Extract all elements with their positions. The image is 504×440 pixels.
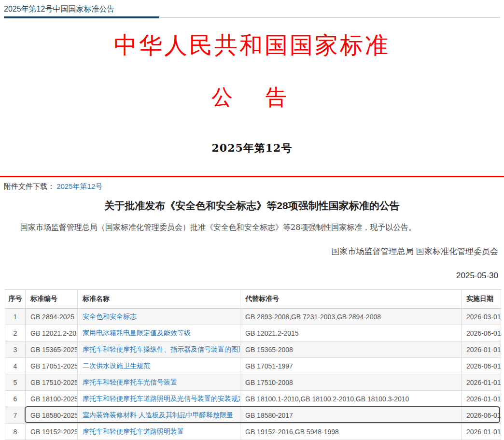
cell-standard-code: GB 15365-2025: [26, 341, 78, 358]
document-title-line2: 公 告: [0, 84, 504, 110]
attachment-download-link[interactable]: 2025年第12号: [56, 182, 102, 190]
cell-standard-code: GB 19152-2025: [26, 424, 78, 440]
tab-title[interactable]: 2025年第12号中国国家标准公告: [4, 4, 114, 14]
cell-effective-date: 2026-01-01: [462, 391, 501, 407]
cell-seq: 3: [5, 341, 26, 358]
cell-standard-name: 室内装饰装修材料 人造板及其制品中甲醛释放限量: [78, 407, 240, 424]
cell-replaced-codes: GB 15365-2008: [240, 341, 462, 358]
table-row: 1GB 2894-2025安全色和安全标志GB 2893-2008,GB 723…: [5, 309, 501, 325]
standard-name-link[interactable]: 室内装饰装修材料 人造板及其制品中甲醛释放限量: [83, 411, 233, 419]
announcement-title: 关于批准发布《安全色和安全标志》等28项强制性国家标准的公告: [0, 199, 504, 212]
cell-replaced-codes: GB 2893-2008,GB 7231-2003,GB 2894-2008: [240, 309, 462, 325]
table-row: 2GB 12021.2-2025家用电冰箱耗电量限定值及能效等级GB 12021…: [5, 325, 501, 341]
tab-bar: 2025年第12号中国国家标准公告: [0, 0, 504, 18]
column-header-2: 标准名称: [78, 290, 240, 309]
standard-name-link[interactable]: 二次供水设施卫生规范: [83, 362, 150, 369]
cell-standard-name: 摩托车和轻便摩托车道路照明装置: [78, 424, 240, 440]
cell-effective-date: 2026-03-01: [462, 309, 501, 325]
table-row: 7GB 18580-2025室内装饰装修材料 人造板及其制品中甲醛释放限量GB …: [5, 407, 501, 424]
table-row: 4GB 17051-2025二次供水设施卫生规范GB 17051-1997202…: [5, 358, 501, 374]
announcement-body: 国家市场监督管理总局（国家标准化管理委员会）批准《安全色和安全标志》等28项强制…: [5, 223, 499, 232]
issue-date: 2025-05-30: [0, 271, 498, 281]
cell-replaced-codes: GB 18580-2017: [240, 407, 462, 424]
tab-underline: [4, 17, 500, 18]
cell-effective-date: 2026-01-01: [462, 424, 501, 440]
cell-standard-code: GB 17051-2025: [26, 358, 78, 374]
cell-effective-date: 2026-06-01: [462, 358, 501, 374]
cell-standard-name: 二次供水设施卫生规范: [78, 358, 240, 374]
column-header-3: 代替标准号: [240, 290, 462, 309]
standards-table: 序号标准编号标准名称代替标准号实施日期 1GB 2894-2025安全色和安全标…: [5, 289, 501, 440]
cell-seq: 2: [5, 325, 26, 341]
attachment-bar: 附件文件下载： 2025年第12号: [0, 177, 504, 195]
standards-table-header-row: 序号标准编号标准名称代替标准号实施日期: [5, 290, 501, 309]
cell-standard-name: 摩托车和轻便摩托车光信号装置: [78, 374, 240, 391]
standard-name-link[interactable]: 家用电冰箱耗电量限定值及能效等级: [83, 329, 191, 337]
cell-standard-code: GB 18580-2025: [26, 407, 78, 424]
active-tab-indicator: [4, 16, 159, 18]
cell-replaced-codes: GB 17051-1997: [240, 358, 462, 374]
cell-standard-name: 摩托车和轻便摩托车操纵件、指示器及信号装置的图形符号: [78, 341, 240, 358]
table-row: 6GB 18100-2025摩托车和轻便摩托车道路照明及光信号装置的安装规定GB…: [5, 391, 501, 407]
document-title: 中华人民共和国国家标准: [0, 30, 504, 59]
table-row: 8GB 19152-2025摩托车和轻便摩托车道路照明装置GB 19152-20…: [5, 424, 501, 440]
table-row: 3GB 15365-2025摩托车和轻便摩托车操纵件、指示器及信号装置的图形符号…: [5, 341, 501, 358]
standards-table-wrapper: 序号标准编号标准名称代替标准号实施日期 1GB 2894-2025安全色和安全标…: [5, 289, 501, 440]
column-header-1: 标准编号: [26, 290, 78, 309]
cell-standard-code: GB 12021.2-2025: [26, 325, 78, 341]
cell-standard-code: GB 18100-2025: [26, 391, 78, 407]
column-header-0: 序号: [5, 290, 26, 309]
column-header-4: 实施日期: [462, 290, 501, 309]
cell-standard-name: 家用电冰箱耗电量限定值及能效等级: [78, 325, 240, 341]
cell-standard-name: 摩托车和轻便摩托车道路照明及光信号装置的安装规定: [78, 391, 240, 407]
cell-seq: 8: [5, 424, 26, 440]
cell-standard-code: GB 2894-2025: [26, 309, 78, 325]
standard-name-link[interactable]: 摩托车和轻便摩托车操纵件、指示器及信号装置的图形符号: [83, 345, 240, 353]
cell-seq: 1: [5, 309, 26, 325]
issuing-authority: 国家市场监督管理总局 国家标准化管理委员会: [0, 246, 498, 256]
cell-replaced-codes: GB 17510-2008: [240, 374, 462, 391]
cell-replaced-codes: GB 19152-2016,GB 5948-1998: [240, 424, 462, 440]
cell-replaced-codes: GB 12021.2-2015: [240, 325, 462, 341]
cell-seq: 4: [5, 358, 26, 374]
cell-effective-date: 2026-06-01: [462, 407, 501, 424]
cell-seq: 7: [5, 407, 26, 424]
cell-effective-date: 2026-06-01: [462, 325, 501, 341]
table-row: 5GB 17510-2025摩托车和轻便摩托车光信号装置GB 17510-200…: [5, 374, 501, 391]
attachment-label: 附件文件下载：: [4, 182, 55, 190]
cell-seq: 6: [5, 391, 26, 407]
cell-standard-name: 安全色和安全标志: [78, 309, 240, 325]
cell-effective-date: 2026-01-01: [462, 374, 501, 391]
cell-standard-code: GB 17510-2025: [26, 374, 78, 391]
cell-seq: 5: [5, 374, 26, 391]
standard-name-link[interactable]: 摩托车和轻便摩托车道路照明装置: [83, 427, 184, 435]
standard-name-link[interactable]: 摩托车和轻便摩托车道路照明及光信号装置的安装规定: [83, 395, 240, 402]
standard-name-link[interactable]: 安全色和安全标志: [83, 312, 137, 320]
issue-number: 2025年第12号: [0, 141, 504, 155]
cell-effective-date: 2026-01-01: [462, 341, 501, 358]
standard-name-link[interactable]: 摩托车和轻便摩托车光信号装置: [83, 378, 177, 386]
cell-replaced-codes: GB 18100.1-2010,GB 18100.2-2010,GB 18100…: [240, 391, 462, 407]
